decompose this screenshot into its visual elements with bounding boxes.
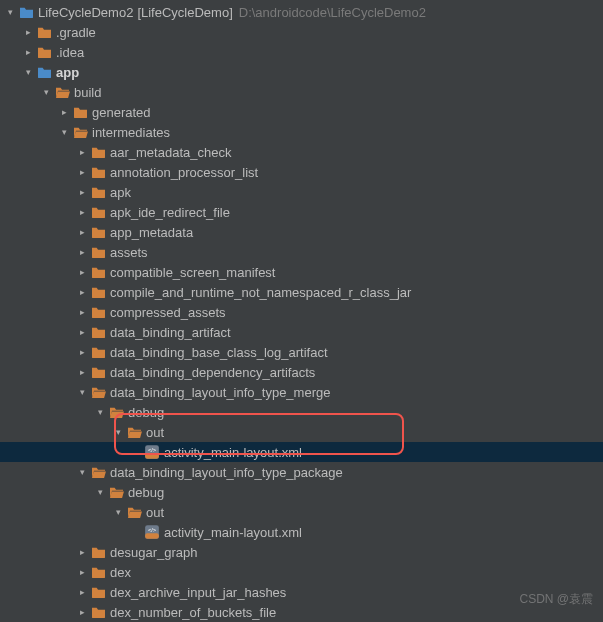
tree-item-label: app (56, 65, 79, 80)
chevron-right-icon[interactable]: ▸ (76, 607, 88, 617)
tree-item[interactable]: ▸generated (0, 102, 603, 122)
module-icon (36, 64, 52, 80)
folder-open-icon (108, 484, 124, 500)
chevron-right-icon[interactable]: ▸ (76, 147, 88, 157)
chevron-right-icon[interactable]: ▸ (22, 47, 34, 57)
folder-closed-icon (90, 184, 106, 200)
xml-file-icon: </> (144, 524, 160, 540)
chevron-right-icon[interactable]: ▸ (76, 567, 88, 577)
project-tree[interactable]: ▾LifeCycleDemo2[LifeCycleDemo]D:\android… (0, 0, 603, 622)
tree-item[interactable]: ▸.gradle (0, 22, 603, 42)
tree-item[interactable]: ▾intermediates (0, 122, 603, 142)
tree-item[interactable]: ▸apk (0, 182, 603, 202)
chevron-down-icon[interactable]: ▾ (76, 467, 88, 477)
tree-item-label: desugar_graph (110, 545, 197, 560)
tree-item-label: data_binding_artifact (110, 325, 231, 340)
tree-item[interactable]: ▾app (0, 62, 603, 82)
tree-item[interactable]: ▾build (0, 82, 603, 102)
chevron-right-icon[interactable]: ▸ (76, 347, 88, 357)
chevron-right-icon[interactable]: ▸ (22, 27, 34, 37)
tree-item-label: debug (128, 485, 164, 500)
tree-item-label: LifeCycleDemo2 (38, 5, 133, 20)
chevron-down-icon[interactable]: ▾ (76, 387, 88, 397)
tree-item-label: out (146, 425, 164, 440)
tree-item-label: compile_and_runtime_not_namespaced_r_cla… (110, 285, 411, 300)
folder-open-icon (90, 384, 106, 400)
chevron-right-icon[interactable]: ▸ (76, 327, 88, 337)
folder-closed-icon (90, 584, 106, 600)
svg-rect-1 (145, 453, 159, 459)
tree-item[interactable]: ▸data_binding_dependency_artifacts (0, 362, 603, 382)
folder-closed-icon (90, 564, 106, 580)
folder-closed-icon (90, 244, 106, 260)
tree-item[interactable]: ▸.idea (0, 42, 603, 62)
tree-item[interactable]: ▾out (0, 422, 603, 442)
chevron-down-icon[interactable]: ▾ (94, 407, 106, 417)
tree-item[interactable]: ▸dex_number_of_buckets_file (0, 602, 603, 622)
svg-rect-4 (145, 533, 159, 539)
tree-item[interactable]: ▸compatible_screen_manifest (0, 262, 603, 282)
folder-closed-icon (90, 284, 106, 300)
tree-item-label: dex_archive_input_jar_hashes (110, 585, 286, 600)
folder-closed-icon (90, 204, 106, 220)
chevron-right-icon[interactable]: ▸ (76, 207, 88, 217)
folder-open-icon (72, 124, 88, 140)
chevron-right-icon[interactable]: ▸ (76, 227, 88, 237)
tree-item-label: .idea (56, 45, 84, 60)
svg-text:</>: </> (148, 447, 157, 453)
chevron-right-icon[interactable]: ▸ (76, 367, 88, 377)
tree-item[interactable]: ▸desugar_graph (0, 542, 603, 562)
chevron-down-icon[interactable]: ▾ (22, 67, 34, 77)
tree-item[interactable]: ▾debug (0, 402, 603, 422)
chevron-down-icon[interactable]: ▾ (40, 87, 52, 97)
module-icon (18, 4, 34, 20)
folder-closed-icon (90, 364, 106, 380)
chevron-right-icon[interactable]: ▸ (76, 307, 88, 317)
chevron-right-icon[interactable]: ▸ (76, 587, 88, 597)
tree-item[interactable]: ▾debug (0, 482, 603, 502)
chevron-right-icon[interactable]: ▸ (58, 107, 70, 117)
chevron-right-icon[interactable]: ▸ (76, 287, 88, 297)
chevron-down-icon[interactable]: ▾ (4, 7, 16, 17)
tree-item-label: data_binding_dependency_artifacts (110, 365, 315, 380)
tree-item[interactable]: </>activity_main-layout.xml (0, 442, 603, 462)
tree-item-label: data_binding_layout_info_type_package (110, 465, 343, 480)
tree-item-label: debug (128, 405, 164, 420)
tree-item[interactable]: ▾data_binding_layout_info_type_package (0, 462, 603, 482)
chevron-right-icon[interactable]: ▸ (76, 547, 88, 557)
watermark: CSDN @袁震 (519, 591, 593, 608)
tree-item[interactable]: ▸assets (0, 242, 603, 262)
tree-item-label: annotation_processor_list (110, 165, 258, 180)
folder-closed-icon (90, 144, 106, 160)
chevron-down-icon[interactable]: ▾ (112, 427, 124, 437)
tree-item[interactable]: ▸data_binding_artifact (0, 322, 603, 342)
tree-item-label: data_binding_base_class_log_artifact (110, 345, 328, 360)
folder-closed-icon (72, 104, 88, 120)
tree-item[interactable]: ▸data_binding_base_class_log_artifact (0, 342, 603, 362)
tree-item-label: data_binding_layout_info_type_merge (110, 385, 330, 400)
tree-item-label: activity_main-layout.xml (164, 445, 302, 460)
tree-item[interactable]: ▸compile_and_runtime_not_namespaced_r_cl… (0, 282, 603, 302)
tree-item[interactable]: ▸dex_archive_input_jar_hashes (0, 582, 603, 602)
tree-item[interactable]: ▾LifeCycleDemo2[LifeCycleDemo]D:\android… (0, 2, 603, 22)
tree-item[interactable]: ▾out (0, 502, 603, 522)
svg-text:</>: </> (148, 527, 157, 533)
chevron-down-icon[interactable]: ▾ (94, 487, 106, 497)
tree-item[interactable]: ▸apk_ide_redirect_file (0, 202, 603, 222)
chevron-down-icon[interactable]: ▾ (112, 507, 124, 517)
chevron-right-icon[interactable]: ▸ (76, 247, 88, 257)
tree-item[interactable]: ▸aar_metadata_check (0, 142, 603, 162)
tree-item[interactable]: ▸annotation_processor_list (0, 162, 603, 182)
tree-item[interactable]: </>activity_main-layout.xml (0, 522, 603, 542)
chevron-right-icon[interactable]: ▸ (76, 267, 88, 277)
tree-item[interactable]: ▸compressed_assets (0, 302, 603, 322)
tree-item[interactable]: ▾data_binding_layout_info_type_merge (0, 382, 603, 402)
chevron-down-icon[interactable]: ▾ (58, 127, 70, 137)
tree-item[interactable]: ▸dex (0, 562, 603, 582)
chevron-right-icon[interactable]: ▸ (76, 187, 88, 197)
chevron-right-icon[interactable]: ▸ (76, 167, 88, 177)
folder-open-icon (54, 84, 70, 100)
tree-item[interactable]: ▸app_metadata (0, 222, 603, 242)
tree-item-label: activity_main-layout.xml (164, 525, 302, 540)
folder-closed-icon (90, 324, 106, 340)
